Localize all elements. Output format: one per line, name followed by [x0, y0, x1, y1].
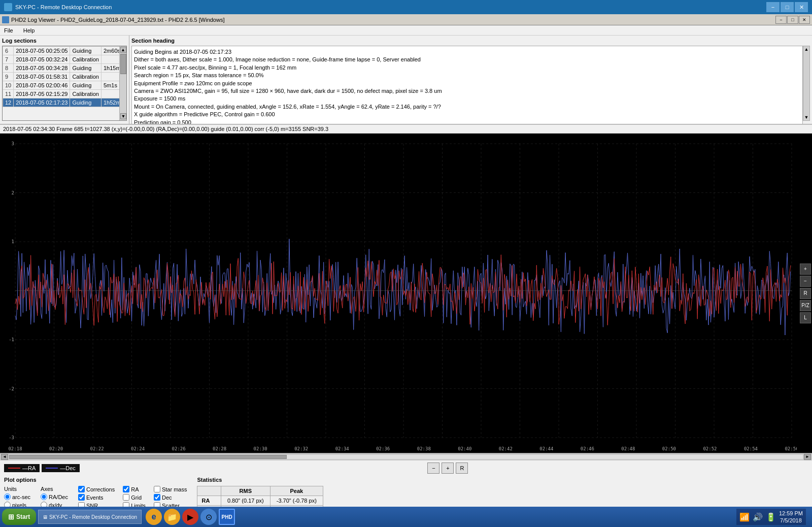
log-table-row[interactable]: 62018-07-05 00:25:05Guiding2m60s: [3, 47, 127, 55]
units-label: Units: [4, 486, 30, 492]
axes-radec-label[interactable]: RA/Dec: [41, 493, 68, 500]
inner-close-button[interactable]: ✕: [799, 16, 810, 24]
log-table: 62018-07-05 00:25:05Guiding2m60s72018-07…: [3, 46, 127, 107]
minimize-button[interactable]: −: [766, 2, 780, 12]
checkbox-corrections[interactable]: Corrections: [78, 486, 115, 492]
units-arcsec-label[interactable]: arc-sec: [4, 493, 30, 500]
chart-plus-btn[interactable]: +: [800, 264, 811, 275]
horizontal-scrollbar[interactable]: ◄ ►: [0, 453, 812, 460]
section-scroll-up[interactable]: ▲: [804, 46, 809, 52]
section-heading-content: Guiding Begins at 2018-07-05 02:17:23Dit…: [131, 46, 803, 124]
inner-maximize-button[interactable]: □: [787, 16, 798, 24]
chart-pz-btn[interactable]: P/Z: [800, 300, 811, 311]
checkbox-input-ra[interactable]: [123, 486, 129, 492]
info-text: 2018-07-05 02:34:30 Frame 685 t=1027.38 …: [3, 126, 328, 132]
log-table-row[interactable]: 92018-07-05 01:58:31Calibration: [3, 73, 127, 81]
statistics-title: Statistics: [197, 477, 323, 483]
app-icon: [4, 3, 12, 11]
checkbox-ra[interactable]: RA: [123, 486, 146, 492]
start-button[interactable]: ⊞ Start: [2, 509, 36, 525]
dec-legend-label: —Dec: [60, 465, 76, 471]
inner-window: PHD2 Log Viewer - PHD2_GuideLog_2018-07-…: [0, 14, 812, 527]
stats-header-peak: Peak: [270, 486, 323, 496]
taskbar: ⊞ Start 🖥 SKY-PC - Remote Desktop Connec…: [0, 507, 812, 527]
axes-group: Axes RA/Dec dx/dy: [41, 486, 68, 509]
checkbox-grid[interactable]: Grid: [123, 494, 146, 501]
axes-label: Axes: [41, 486, 68, 492]
section-scroll-down[interactable]: ▼: [804, 114, 809, 120]
checkbox-dec[interactable]: Dec: [154, 494, 187, 501]
taskbar-date: 7/5/2018: [779, 517, 803, 524]
units-group: Units arc-sec pixels: [4, 486, 30, 509]
checkbox-input-grid[interactable]: [123, 494, 129, 501]
taskbar-chrome-icon[interactable]: ⊙: [200, 509, 217, 525]
zoom-reset-button[interactable]: R: [456, 463, 468, 474]
chart-side-buttons: + − R P/Z L: [799, 262, 812, 324]
tray-network-icon: 📶: [739, 512, 750, 522]
app-body: Log sections 62018-07-05 00:25:05Guiding…: [0, 36, 812, 527]
inner-app-icon: [2, 16, 9, 23]
stats-label: RA: [197, 496, 221, 506]
section-heading-title: Section heading: [131, 38, 810, 44]
scroll-thumb-h[interactable]: [9, 455, 287, 459]
scroll-up-btn[interactable]: ▲: [120, 47, 126, 53]
checkbox-star-mass[interactable]: Star mass: [154, 486, 187, 492]
maximize-button[interactable]: □: [781, 2, 794, 12]
info-bar: 2018-07-05 02:34:30 Frame 685 t=1027.38 …: [0, 124, 812, 134]
inner-minimize-button[interactable]: −: [775, 16, 787, 24]
checkbox-input-corrections[interactable]: [78, 486, 85, 492]
checkboxes-group: CorrectionsRAStar massEventsGridDecSNRLi…: [78, 486, 187, 509]
close-button[interactable]: ✕: [795, 2, 808, 12]
log-sections-title: Log sections: [2, 38, 127, 44]
ra-legend-line: [8, 468, 20, 469]
scroll-left-btn[interactable]: ◄: [1, 454, 8, 460]
scroll-thumb[interactable]: [120, 54, 126, 74]
legend: —RA —Dec: [4, 464, 80, 472]
checkbox-input-dec[interactable]: [154, 494, 160, 501]
checkbox-events[interactable]: Events: [78, 494, 115, 501]
axes-radec-radio[interactable]: [41, 493, 47, 500]
log-table-row[interactable]: 112018-07-05 02:15:29Calibration: [3, 90, 127, 98]
taskbar-vlc-icon[interactable]: ▶: [182, 509, 198, 525]
taskbar-phd2-icon[interactable]: PHD: [219, 509, 235, 525]
scroll-down-btn[interactable]: ▼: [120, 113, 126, 119]
stats-header-rms: RMS: [221, 486, 270, 496]
stats-peak: -3.70" (-0.78 px): [270, 496, 323, 506]
taskbar-time: 12:59 PM: [779, 510, 803, 517]
checkbox-input-star-mass[interactable]: [154, 486, 160, 492]
chart-minus-btn[interactable]: −: [800, 276, 811, 287]
zoom-plus-button[interactable]: +: [442, 463, 454, 474]
inner-title: PHD2 Log Viewer - PHD2_GuideLog_2018-07-…: [11, 17, 224, 23]
taskbar-ie-icon[interactable]: e: [146, 509, 162, 525]
dec-legend-line: [46, 468, 58, 469]
checkbox-input-events[interactable]: [78, 494, 85, 501]
taskbar-rdp-item[interactable]: 🖥 SKY-PC - Remote Desktop Connection: [38, 510, 142, 524]
units-arcsec-radio[interactable]: [4, 493, 11, 500]
inner-title-bar: PHD2 Log Viewer - PHD2_GuideLog_2018-07-…: [0, 14, 812, 25]
log-table-row[interactable]: 72018-07-05 00:32:24Calibration: [3, 55, 127, 64]
tray-volume-icon: 🔊: [753, 512, 763, 522]
guide-chart: [0, 134, 797, 453]
taskbar-right: 📶 🔊 🔋 12:59 PM 7/5/2018: [736, 509, 810, 525]
menu-bar: File Help: [0, 25, 812, 36]
taskbar-folder-icon[interactable]: 📁: [164, 509, 180, 525]
stats-header-empty: [197, 486, 221, 496]
tray-battery-icon: 🔋: [766, 512, 776, 522]
sys-tray: 📶 🔊 🔋 12:59 PM 7/5/2018: [736, 509, 806, 525]
stats-row: RA0.80" (0.17 px)-3.70" (-0.78 px): [197, 496, 323, 506]
plot-options-title: Plot options: [4, 477, 187, 483]
zoom-controls: − + R: [427, 463, 468, 474]
zoom-minus-button[interactable]: −: [427, 463, 439, 474]
scroll-right-btn[interactable]: ►: [804, 454, 811, 460]
stats-rms: 0.80" (0.17 px): [221, 496, 270, 506]
log-table-row[interactable]: 122018-07-05 02:17:23Guiding1h52m34s: [3, 98, 127, 107]
chart-l-btn[interactable]: L: [800, 312, 811, 323]
log-table-row[interactable]: 82018-07-05 00:34:28Guiding1h15m55s: [3, 64, 127, 73]
title-bar: SKY-PC - Remote Desktop Connection − □ ✕: [0, 0, 812, 14]
menu-file[interactable]: File: [2, 26, 15, 35]
menu-help[interactable]: Help: [21, 26, 37, 35]
log-table-row[interactable]: 102018-07-05 02:00:46Guiding5m1s: [3, 81, 127, 90]
chart-r-btn[interactable]: R: [800, 288, 811, 299]
ra-legend-label: —RA: [22, 465, 36, 471]
top-section: Log sections 62018-07-05 00:25:05Guiding…: [0, 36, 812, 124]
